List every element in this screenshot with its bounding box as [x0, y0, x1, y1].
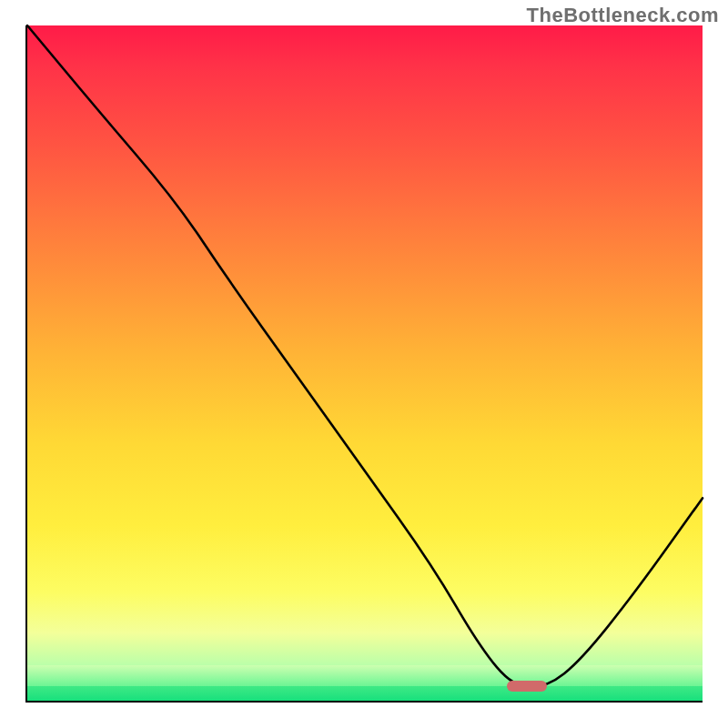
curve-layer — [27, 25, 703, 701]
optimum-marker — [507, 681, 548, 692]
watermark-label: TheBottleneck.com — [527, 4, 719, 27]
plot-area — [25, 25, 703, 703]
bottleneck-curve-path — [27, 25, 703, 687]
bottleneck-chart: TheBottleneck.com — [0, 0, 728, 728]
